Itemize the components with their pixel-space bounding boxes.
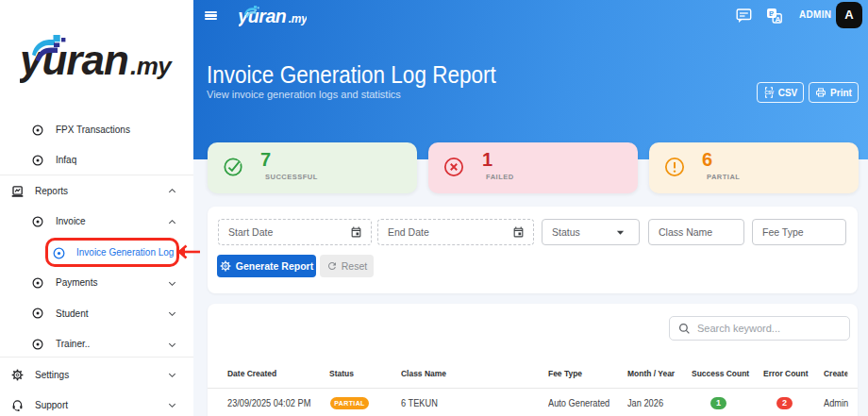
svg-text:.my: .my: [289, 12, 307, 25]
svg-text:.my: .my: [130, 52, 173, 80]
svg-text:CSV: CSV: [764, 91, 774, 95]
svg-text:A: A: [775, 15, 780, 24]
svg-text:yuran: yuran: [239, 6, 287, 26]
